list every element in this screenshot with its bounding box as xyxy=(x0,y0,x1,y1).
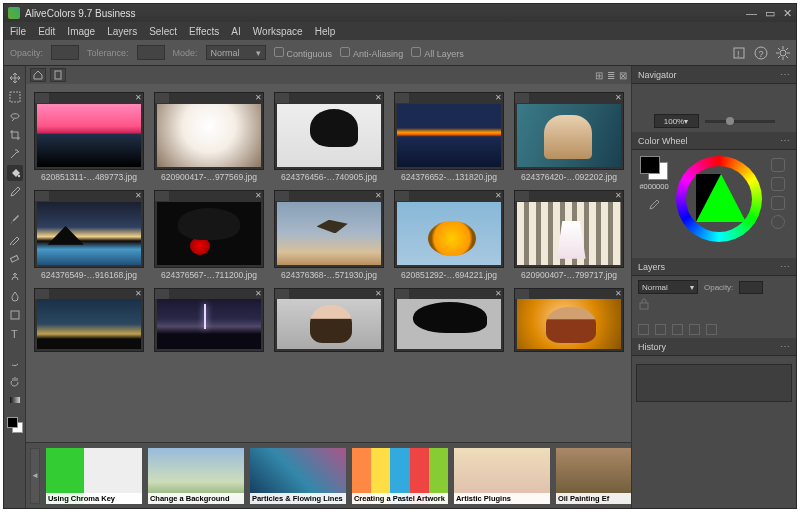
tutorial-item[interactable]: Particles & Flowing Lines xyxy=(250,448,346,504)
menu-image[interactable]: Image xyxy=(67,26,95,37)
thumbnail[interactable]: ✕ xyxy=(394,288,504,354)
layers-header[interactable]: Layers⋯ xyxy=(632,258,796,276)
hex-value[interactable]: #000000 xyxy=(639,182,668,191)
menu-effects[interactable]: Effects xyxy=(189,26,219,37)
tolerance-value[interactable] xyxy=(137,45,165,60)
smudge-tool[interactable] xyxy=(7,354,23,370)
zoom-slider[interactable] xyxy=(705,120,775,123)
blur-tool[interactable] xyxy=(7,288,23,304)
close-icon[interactable]: ✕ xyxy=(135,289,142,298)
thumbnail[interactable]: ✕624376456-…740905.jpg xyxy=(274,92,384,182)
close-icon[interactable]: ✕ xyxy=(255,93,262,102)
text-tool[interactable]: T xyxy=(7,326,23,342)
fx-icon[interactable] xyxy=(689,324,700,335)
notification-icon[interactable]: ! xyxy=(732,46,746,60)
thumbnail[interactable]: ✕620900417-…977569.jpg xyxy=(154,92,264,182)
move-tool[interactable] xyxy=(7,70,23,86)
layer-opacity-value[interactable] xyxy=(739,281,763,294)
thumbnail[interactable]: ✕624376567-…711200.jpg xyxy=(154,190,264,280)
close-icon[interactable]: ✕ xyxy=(495,93,502,102)
close-icon[interactable]: ✕ xyxy=(615,93,622,102)
help-icon[interactable]: ? xyxy=(754,46,768,60)
thumbnail[interactable]: ✕620900407-…799717.jpg xyxy=(514,190,624,280)
color-wheel[interactable] xyxy=(676,156,762,242)
thumbnail[interactable]: ✕ xyxy=(154,288,264,354)
thumbnail[interactable]: ✕ xyxy=(34,288,144,354)
close-button[interactable]: ✕ xyxy=(783,7,792,20)
thumbnail[interactable]: ✕ xyxy=(274,288,384,354)
thumbnail[interactable]: ✕624376420-…092202.jpg xyxy=(514,92,624,182)
tutorial-item[interactable]: Artistic Plugins xyxy=(454,448,550,504)
eyedropper-icon[interactable] xyxy=(648,199,660,211)
color-swatch[interactable] xyxy=(7,417,23,433)
menu-edit[interactable]: Edit xyxy=(38,26,55,37)
thumbnail[interactable]: ✕ xyxy=(514,288,624,354)
close-icon[interactable]: ✕ xyxy=(615,289,622,298)
menu-ai[interactable]: AI xyxy=(231,26,240,37)
close-icon[interactable]: ✕ xyxy=(615,191,622,200)
gradient-tool[interactable] xyxy=(7,392,23,408)
color-swatches[interactable] xyxy=(640,156,668,180)
menu-select[interactable]: Select xyxy=(149,26,177,37)
brush-tool[interactable] xyxy=(7,212,23,228)
selection-tool[interactable] xyxy=(7,89,23,105)
mask-icon[interactable] xyxy=(672,324,683,335)
strip-prev[interactable]: ◄ xyxy=(30,448,40,504)
tutorial-item[interactable]: Change a Background xyxy=(148,448,244,504)
new-layer-icon[interactable] xyxy=(638,324,649,335)
minimize-button[interactable]: — xyxy=(746,7,757,20)
delete-layer-icon[interactable] xyxy=(706,324,717,335)
lasso-tool[interactable] xyxy=(7,108,23,124)
alllayers-checkbox[interactable]: All Layers xyxy=(411,47,464,59)
file-browser[interactable]: ✕620851311-…489773.jpg✕620900417-…977569… xyxy=(26,84,631,442)
tutorial-item[interactable]: Creating a Pastel Artwork xyxy=(352,448,448,504)
navigator-header[interactable]: Navigator⋯ xyxy=(632,66,796,84)
close-icon[interactable]: ✕ xyxy=(255,289,262,298)
menu-help[interactable]: Help xyxy=(315,26,336,37)
close-icon[interactable]: ✕ xyxy=(255,191,262,200)
thumbnail[interactable]: ✕624376652-…131820.jpg xyxy=(394,92,504,182)
tutorial-item[interactable]: Oil Painting Ef xyxy=(556,448,631,504)
grid-view-icon[interactable]: ⊞ xyxy=(595,70,603,81)
shape-tool[interactable] xyxy=(7,307,23,323)
bucket-tool[interactable] xyxy=(7,165,23,181)
wand-tool[interactable] xyxy=(7,146,23,162)
menu-layers[interactable]: Layers xyxy=(107,26,137,37)
blend-mode-select[interactable]: Normal▾ xyxy=(638,280,698,294)
pencil-tool[interactable] xyxy=(7,231,23,247)
menu-workspace[interactable]: Workspace xyxy=(253,26,303,37)
opacity-value[interactable] xyxy=(51,45,79,60)
antialias-checkbox[interactable]: Anti-Aliasing xyxy=(340,47,403,59)
maximize-button[interactable]: ▭ xyxy=(765,7,775,20)
home-tab[interactable] xyxy=(30,68,46,82)
mode-select[interactable]: Normal▾ xyxy=(206,45,266,60)
history-header[interactable]: History⋯ xyxy=(632,338,796,356)
cw-mode2-icon[interactable] xyxy=(771,177,785,191)
close-icon[interactable]: ✕ xyxy=(135,93,142,102)
lock-icon[interactable] xyxy=(638,298,650,310)
tutorial-item[interactable]: Using Chroma Key xyxy=(46,448,142,504)
zoom-value[interactable]: 100% ▾ xyxy=(654,114,699,128)
cw-mode1-icon[interactable] xyxy=(771,158,785,172)
list-view-icon[interactable]: ≣ xyxy=(607,70,615,81)
thumbnail[interactable]: ✕620851311-…489773.jpg xyxy=(34,92,144,182)
close-icon[interactable]: ✕ xyxy=(375,93,382,102)
cw-mode4-icon[interactable] xyxy=(771,215,785,229)
close-browser-icon[interactable]: ⊠ xyxy=(619,70,627,81)
contiguous-checkbox[interactable]: Contiguous xyxy=(274,47,333,59)
hand-tool[interactable] xyxy=(7,373,23,389)
close-icon[interactable]: ✕ xyxy=(135,191,142,200)
menu-file[interactable]: File xyxy=(10,26,26,37)
colorwheel-header[interactable]: Color Wheel⋯ xyxy=(632,132,796,150)
close-icon[interactable]: ✕ xyxy=(495,289,502,298)
close-icon[interactable]: ✕ xyxy=(375,289,382,298)
thumbnail[interactable]: ✕620851292-…694221.jpg xyxy=(394,190,504,280)
thumbnail[interactable]: ✕624376368-…571930.jpg xyxy=(274,190,384,280)
crop-tool[interactable] xyxy=(7,127,23,143)
cw-mode3-icon[interactable] xyxy=(771,196,785,210)
settings-icon[interactable] xyxy=(776,46,790,60)
eraser-tool[interactable] xyxy=(7,250,23,266)
new-group-icon[interactable] xyxy=(655,324,666,335)
clone-tool[interactable] xyxy=(7,269,23,285)
thumbnail[interactable]: ✕624376549-…916168.jpg xyxy=(34,190,144,280)
